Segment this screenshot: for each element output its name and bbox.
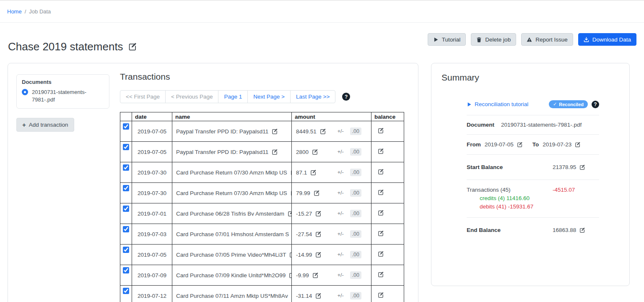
document-list-item[interactable]: 20190731-statements-7981-.pdf [22, 89, 104, 103]
first-page-button[interactable]: << First Page [120, 90, 166, 103]
job-data-card: Documents 20190731-statements-7981-.pdf … [8, 63, 418, 302]
row-checkbox[interactable] [123, 123, 129, 130]
edit-icon[interactable] [378, 210, 384, 216]
plus-minus-button[interactable]: +/- [338, 149, 344, 155]
edit-icon[interactable] [272, 149, 278, 155]
tx-name: Paypal Transfer PPD ID: Paypalsd11 [176, 128, 268, 135]
table-row: 2019-07-05 Card Purchase 07/05 Prime Vid… [120, 245, 404, 265]
edit-icon[interactable] [378, 128, 384, 134]
edit-icon[interactable] [310, 169, 317, 176]
edit-icon[interactable] [312, 149, 318, 155]
tx-balance-cell [371, 245, 404, 265]
decimals-button[interactable]: .00 [350, 148, 361, 156]
reconciliation-tutorial-link[interactable]: Reconciliation tutorial [467, 101, 528, 107]
decimals-button[interactable]: .00 [350, 189, 361, 197]
edit-icon[interactable] [378, 271, 384, 278]
tx-name-cell: Card Purchase 06/28 Tisfris Bv Amsterdam [172, 203, 292, 224]
tx-balance-cell [371, 203, 404, 224]
edit-icon[interactable] [315, 231, 322, 237]
tx-amount-cell: 2800+/-.00 [292, 142, 371, 162]
tx-name-cell: Paypal Transfer PPD ID: Paypalsd11 [172, 142, 292, 162]
edit-icon[interactable] [314, 190, 320, 196]
header-actions: Tutorial Delete job Report Issue Downloa… [428, 33, 636, 46]
tx-balance-cell [371, 121, 404, 142]
edit-icon[interactable] [579, 227, 585, 233]
report-issue-button[interactable]: Report Issue [521, 33, 573, 46]
tutorial-button[interactable]: Tutorial [428, 33, 466, 46]
document-file-name: 20190731-statements-7981-.pdf [32, 89, 97, 103]
row-checkbox[interactable] [123, 164, 129, 171]
edit-icon[interactable] [315, 252, 322, 258]
tx-balance-cell [371, 286, 404, 302]
help-icon[interactable]: ? [342, 93, 350, 101]
previous-page-button[interactable]: < Previous Page [165, 90, 218, 103]
page-number-button[interactable]: Page 1 [218, 90, 248, 103]
tx-name: Paypal Transfer PPD ID: Paypalsd11 [176, 149, 268, 155]
tx-amount: -27.54 [296, 231, 312, 237]
plus-minus-button[interactable]: +/- [338, 128, 344, 134]
row-checkbox[interactable] [123, 247, 129, 253]
edit-icon[interactable] [315, 211, 322, 217]
tx-name: Card Purchase 07/11 Amzn Mktp US*Mh8Av [176, 293, 288, 299]
tx-amount: -9.99 [296, 272, 309, 279]
start-balance-label: Start Balance [467, 164, 553, 170]
edit-icon[interactable] [378, 251, 384, 257]
reconciliation-tutorial-label: Reconciliation tutorial [475, 101, 528, 107]
plus-minus-button[interactable]: +/- [338, 293, 344, 299]
edit-icon[interactable] [517, 142, 523, 148]
plus-minus-button[interactable]: +/- [338, 272, 344, 278]
credits-line: credits (4) 11416.60 [480, 194, 599, 203]
tx-amount-cell: 87.1+/-.00 [292, 162, 371, 183]
edit-icon[interactable] [289, 252, 291, 258]
help-icon[interactable]: ? [592, 101, 599, 108]
edit-icon[interactable] [378, 189, 384, 195]
row-checkbox[interactable] [123, 267, 129, 273]
check-icon: ✓ [553, 102, 557, 107]
row-checkbox[interactable] [123, 144, 129, 150]
delete-job-button[interactable]: Delete job [471, 33, 516, 46]
plus-minus-button[interactable]: +/- [338, 169, 344, 175]
edit-icon[interactable] [312, 272, 319, 279]
next-page-button[interactable]: Next Page > [247, 90, 291, 103]
download-data-button-label: Download Data [592, 36, 631, 43]
edit-icon[interactable] [315, 293, 322, 299]
decimals-button[interactable]: .00 [350, 230, 361, 238]
download-data-button[interactable]: Download Data [578, 33, 636, 46]
radio-selected-icon[interactable] [22, 89, 28, 95]
plus-minus-button[interactable]: +/- [338, 252, 344, 258]
edit-icon[interactable] [288, 211, 291, 217]
row-checkbox[interactable] [123, 185, 129, 191]
decimals-button[interactable]: .00 [350, 128, 361, 135]
play-icon [433, 37, 439, 42]
edit-icon[interactable] [378, 169, 384, 175]
last-page-button[interactable]: Last Page >> [290, 90, 335, 103]
edit-icon[interactable] [378, 292, 384, 298]
decimals-button[interactable]: .00 [350, 251, 361, 258]
row-checkbox[interactable] [123, 226, 129, 232]
edit-title-icon[interactable] [128, 42, 137, 51]
plus-minus-button[interactable]: +/- [338, 190, 344, 196]
add-transaction-button[interactable]: + Add transaction [16, 118, 74, 132]
tx-date: 2019-07-12 [132, 286, 172, 302]
decimals-button[interactable]: .00 [350, 210, 361, 217]
edit-icon[interactable] [272, 128, 278, 135]
edit-icon[interactable] [289, 272, 291, 279]
decimals-button[interactable]: .00 [350, 271, 361, 279]
tx-date: 2019-07-30 [132, 183, 172, 203]
start-balance-value: 21378.95 [553, 164, 576, 170]
tx-amount: -14.99 [296, 252, 312, 258]
edit-icon[interactable] [378, 230, 384, 237]
edit-icon[interactable] [575, 142, 581, 148]
reconciled-badge[interactable]: ✓ Reconciled [549, 100, 588, 108]
decimals-button[interactable]: .00 [350, 169, 361, 176]
row-checkbox[interactable] [123, 288, 129, 294]
plus-minus-button[interactable]: +/- [338, 231, 344, 237]
edit-icon[interactable] [378, 148, 384, 154]
plus-minus-button[interactable]: +/- [338, 211, 344, 216]
edit-icon[interactable] [579, 164, 585, 170]
breadcrumb-home-link[interactable]: Home [7, 8, 22, 15]
decimals-button[interactable]: .00 [350, 292, 361, 299]
row-checkbox[interactable] [123, 206, 129, 212]
edit-icon[interactable] [320, 128, 326, 135]
tx-name-cell: Card Purchase 07/11 Amzn Mktp US*Mh8Av [172, 286, 292, 302]
